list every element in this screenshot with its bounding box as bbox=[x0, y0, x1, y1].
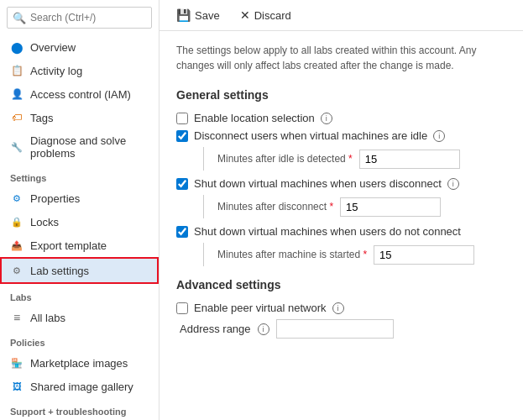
toolbar: 💾 Save ✕ Discard bbox=[160, 0, 523, 31]
enable-location-label: Enable location selection bbox=[194, 112, 315, 124]
sidebar-label-access-control: Access control (IAM) bbox=[30, 88, 131, 101]
save-button[interactable]: 💾 Save bbox=[173, 7, 223, 24]
sidebar-label-activity-log: Activity log bbox=[30, 65, 82, 77]
marketplace-icon: 🏪 bbox=[10, 356, 24, 370]
enable-peer-checkbox[interactable] bbox=[176, 302, 188, 314]
sidebar: 🔍 ≫ ⬤ Overview 📋 Activity log 👤 Access c… bbox=[0, 0, 160, 420]
sidebar-label-export-template: Export template bbox=[30, 239, 107, 252]
enable-location-row: Enable location selection i bbox=[176, 112, 506, 124]
minutes-idle-required: * bbox=[348, 153, 353, 165]
sidebar-item-locks[interactable]: 🔒 Locks bbox=[0, 210, 159, 234]
sidebar-section-labs: Labs bbox=[0, 284, 159, 306]
sidebar-item-diagnose[interactable]: 🔧 Diagnose and solve problems bbox=[0, 129, 159, 165]
enable-location-checkbox[interactable] bbox=[176, 113, 188, 124]
minutes-started-row: Minutes after machine is started * bbox=[203, 243, 506, 266]
overview-icon: ⬤ bbox=[10, 40, 24, 54]
sidebar-item-access-control[interactable]: 👤 Access control (IAM) bbox=[0, 82, 159, 106]
access-icon: 👤 bbox=[10, 87, 24, 101]
minutes-idle-label: Minutes after idle is detected * bbox=[217, 153, 353, 165]
sidebar-label-overview: Overview bbox=[30, 41, 76, 54]
sidebar-item-all-labs[interactable]: ≡ All labs bbox=[0, 306, 159, 329]
indent-line-3 bbox=[203, 243, 204, 266]
minutes-disconnect-row: Minutes after disconnect * bbox=[203, 195, 506, 218]
sidebar-item-activity-log[interactable]: 📋 Activity log bbox=[0, 59, 159, 82]
address-range-info-icon[interactable]: i bbox=[258, 323, 269, 335]
indent-line-1 bbox=[203, 147, 204, 171]
sidebar-label-locks: Locks bbox=[30, 216, 59, 228]
sidebar-section-support: Support + troubleshooting bbox=[0, 398, 159, 420]
all-labs-icon: ≡ bbox=[10, 311, 24, 324]
address-range-row: Address range i bbox=[180, 319, 506, 339]
minutes-disconnect-label: Minutes after disconnect * bbox=[217, 201, 333, 213]
enable-peer-label: Enable peer virtual network bbox=[194, 302, 327, 314]
sidebar-label-tags: Tags bbox=[30, 112, 53, 124]
shutdown-noconnect-checkbox[interactable] bbox=[176, 226, 188, 238]
sidebar-section-settings: Settings bbox=[0, 165, 159, 186]
sidebar-item-marketplace-images[interactable]: 🏪 Marketplace images bbox=[0, 351, 159, 375]
minutes-started-label: Minutes after machine is started * bbox=[217, 249, 367, 260]
sidebar-item-overview[interactable]: ⬤ Overview bbox=[0, 35, 159, 59]
content-area: The settings below apply to all labs cre… bbox=[160, 31, 523, 420]
discard-icon: ✕ bbox=[240, 8, 250, 22]
sidebar-item-properties[interactable]: ⚙ Properties bbox=[0, 186, 159, 210]
shutdown-disconnect-row: Shut down virtual machines when users di… bbox=[176, 177, 506, 190]
activity-icon: 📋 bbox=[10, 64, 24, 77]
main-content: 💾 Save ✕ Discard The settings below appl… bbox=[160, 0, 523, 420]
disconnect-users-info-icon[interactable]: i bbox=[433, 130, 445, 142]
minutes-idle-row: Minutes after idle is detected * bbox=[203, 147, 506, 171]
sidebar-label-all-labs: All labs bbox=[30, 312, 65, 324]
general-settings-title: General settings bbox=[176, 88, 506, 102]
sidebar-label-properties: Properties bbox=[30, 192, 80, 205]
disconnect-users-row: Disconnect users when virtual machines a… bbox=[176, 129, 506, 142]
search-bar[interactable]: 🔍 ≫ bbox=[7, 7, 152, 29]
enable-peer-row: Enable peer virtual network i bbox=[176, 302, 506, 314]
export-icon: 📤 bbox=[10, 239, 24, 252]
shared-image-icon: 🖼 bbox=[10, 380, 24, 393]
locks-icon: 🔒 bbox=[10, 215, 24, 228]
sidebar-label-shared-image-gallery: Shared image gallery bbox=[30, 381, 133, 393]
shutdown-noconnect-row: Shut down virtual machines when users do… bbox=[176, 225, 506, 238]
shutdown-noconnect-label: Shut down virtual machines when users do… bbox=[194, 225, 461, 238]
properties-icon: ⚙ bbox=[10, 192, 24, 205]
minutes-disconnect-input[interactable] bbox=[340, 197, 441, 217]
search-input[interactable] bbox=[30, 12, 156, 24]
sidebar-section-policies: Policies bbox=[0, 329, 159, 351]
sidebar-label-lab-settings: Lab settings bbox=[30, 265, 89, 277]
minutes-started-input[interactable] bbox=[374, 245, 474, 265]
discard-button[interactable]: ✕ Discard bbox=[237, 7, 295, 24]
sidebar-label-diagnose: Diagnose and solve problems bbox=[30, 134, 149, 160]
minutes-disconnect-required: * bbox=[329, 201, 333, 213]
shutdown-disconnect-checkbox[interactable] bbox=[176, 178, 188, 190]
lab-settings-icon: ⚙ bbox=[10, 264, 24, 277]
diagnose-icon: 🔧 bbox=[10, 140, 24, 154]
address-range-label: Address range bbox=[180, 323, 251, 335]
enable-peer-info-icon[interactable]: i bbox=[332, 302, 344, 314]
sidebar-item-lab-settings[interactable]: ⚙ Lab settings bbox=[0, 257, 159, 284]
sidebar-item-shared-image-gallery[interactable]: 🖼 Shared image gallery bbox=[0, 375, 159, 398]
description-text: The settings below apply to all labs cre… bbox=[176, 43, 506, 73]
shutdown-disconnect-label: Shut down virtual machines when users di… bbox=[194, 177, 442, 190]
tags-icon: 🏷 bbox=[10, 111, 24, 124]
disconnect-users-label: Disconnect users when virtual machines a… bbox=[194, 129, 427, 142]
enable-location-info-icon[interactable]: i bbox=[321, 113, 332, 124]
save-icon: 💾 bbox=[176, 8, 191, 22]
search-icon: 🔍 bbox=[13, 12, 26, 24]
sidebar-item-export-template[interactable]: 📤 Export template bbox=[0, 234, 159, 257]
disconnect-users-checkbox[interactable] bbox=[176, 130, 188, 142]
sidebar-label-marketplace-images: Marketplace images bbox=[30, 357, 128, 370]
indent-line-2 bbox=[203, 195, 204, 218]
discard-label: Discard bbox=[254, 9, 291, 22]
sidebar-item-tags[interactable]: 🏷 Tags bbox=[0, 106, 159, 129]
minutes-started-required: * bbox=[363, 249, 367, 260]
address-range-input[interactable] bbox=[276, 319, 394, 339]
save-label: Save bbox=[195, 9, 220, 22]
shutdown-disconnect-info-icon[interactable]: i bbox=[447, 178, 459, 190]
advanced-settings-title: Advanced settings bbox=[176, 278, 506, 291]
minutes-idle-input[interactable] bbox=[359, 150, 460, 169]
